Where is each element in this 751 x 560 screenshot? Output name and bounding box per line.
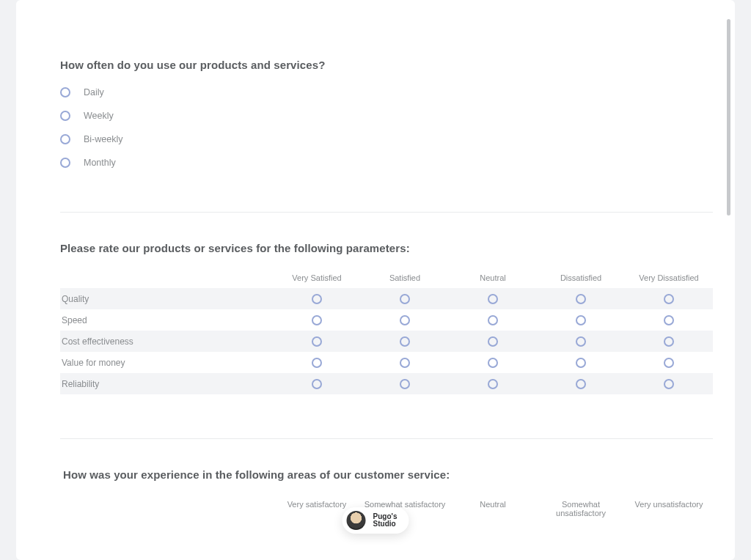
column-header: Very Dissatisfied <box>625 273 713 282</box>
column-header: Neutral <box>449 500 537 517</box>
matrix-row: Speed <box>60 309 713 331</box>
radio-icon[interactable] <box>400 379 410 389</box>
question-heading: How was your experience in the following… <box>60 468 720 481</box>
option-weekly[interactable]: Weekly <box>60 111 720 121</box>
row-label: Speed <box>60 315 273 325</box>
radio-icon[interactable] <box>576 336 586 347</box>
radio-icon[interactable] <box>488 379 498 389</box>
radio-icon[interactable] <box>60 158 70 168</box>
radio-icon[interactable] <box>400 315 410 325</box>
badge-line2: Studio <box>373 520 398 528</box>
radio-icon[interactable] <box>664 294 674 304</box>
radio-icon[interactable] <box>664 315 674 325</box>
column-header: Neutral <box>449 273 537 282</box>
radio-icon[interactable] <box>400 358 410 368</box>
badge-text: Pugo's Studio <box>373 513 398 528</box>
scrollbar-thumb[interactable] <box>727 19 730 215</box>
survey-scroll-region: How often do you use our products and se… <box>60 16 720 522</box>
row-label: Cost effectiveness <box>60 336 273 347</box>
option-daily[interactable]: Daily <box>60 87 720 97</box>
radio-icon[interactable] <box>576 379 586 389</box>
column-header: Very Satisfied <box>273 273 361 282</box>
radio-icon[interactable] <box>664 379 674 389</box>
radio-icon[interactable] <box>664 358 674 368</box>
column-header: Dissatisfied <box>537 273 625 282</box>
radio-icon[interactable] <box>576 358 586 368</box>
column-header: Somewhat unsatisfactory <box>537 500 625 517</box>
section-divider <box>60 212 713 213</box>
option-label: Weekly <box>84 111 114 121</box>
radio-icon[interactable] <box>312 379 322 389</box>
radio-icon[interactable] <box>488 315 498 325</box>
column-header: Very unsatisfactory <box>625 500 713 517</box>
radio-icon[interactable] <box>312 294 322 304</box>
option-biweekly[interactable]: Bi-weekly <box>60 134 720 144</box>
section-divider <box>60 438 713 439</box>
radio-icon[interactable] <box>60 134 70 144</box>
radio-icon[interactable] <box>488 294 498 304</box>
radio-icon[interactable] <box>60 87 70 97</box>
matrix-row: Value for money <box>60 352 713 373</box>
rating-matrix: Very Satisfied Satisfied Neutral Dissati… <box>60 270 713 394</box>
radio-icon[interactable] <box>488 336 498 347</box>
option-label: Bi-weekly <box>84 134 123 144</box>
radio-icon[interactable] <box>312 315 322 325</box>
option-label: Daily <box>84 87 104 97</box>
pugos-studio-badge[interactable]: Pugo's Studio <box>342 507 409 534</box>
radio-icon[interactable] <box>400 336 410 347</box>
question-product-rating-matrix: Please rate our products or services for… <box>60 242 720 394</box>
row-label: Quality <box>60 294 273 304</box>
matrix-row: Quality <box>60 288 713 309</box>
radio-icon[interactable] <box>400 294 410 304</box>
matrix-header-row: Very Satisfied Satisfied Neutral Dissati… <box>60 270 713 288</box>
row-label: Reliability <box>60 379 273 389</box>
matrix-row: Reliability <box>60 373 713 394</box>
question-heading: Please rate our products or services for… <box>60 242 720 254</box>
radio-icon[interactable] <box>664 336 674 347</box>
radio-icon[interactable] <box>312 358 322 368</box>
radio-icon[interactable] <box>576 294 586 304</box>
column-header: Satisfied <box>361 273 449 282</box>
row-label: Value for money <box>60 358 273 368</box>
question-heading: How often do you use our products and se… <box>60 59 720 71</box>
radio-icon[interactable] <box>576 315 586 325</box>
option-label: Monthly <box>84 158 116 168</box>
avatar-icon <box>347 511 366 530</box>
question-usage-frequency: How often do you use our products and se… <box>60 16 720 168</box>
radio-icon[interactable] <box>488 358 498 368</box>
radio-icon[interactable] <box>60 111 70 121</box>
matrix-row: Cost effectiveness <box>60 331 713 352</box>
radio-icon[interactable] <box>312 336 322 347</box>
survey-card: How often do you use our products and se… <box>16 0 735 560</box>
option-monthly[interactable]: Monthly <box>60 158 720 168</box>
